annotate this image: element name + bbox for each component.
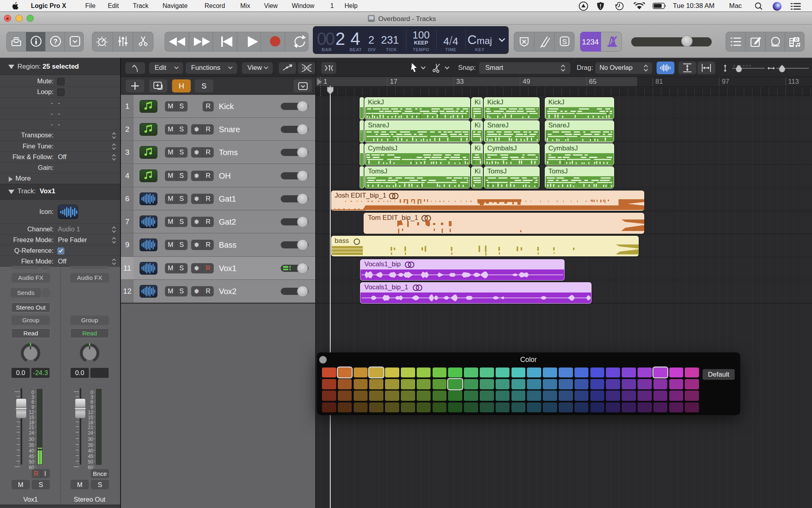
- svg-text:S: S: [562, 38, 567, 46]
- svg-text:?: ?: [54, 38, 57, 45]
